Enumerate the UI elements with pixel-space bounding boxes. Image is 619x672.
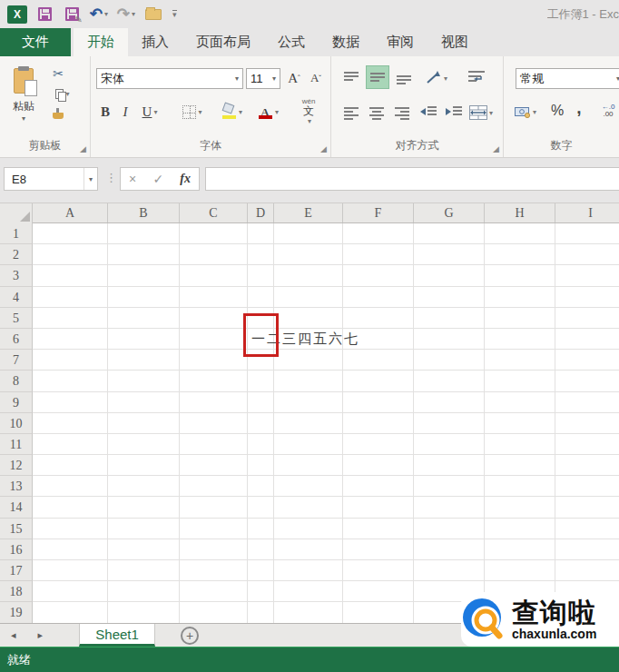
cell-A17[interactable]	[33, 560, 108, 581]
enter-icon[interactable]: ✓	[152, 172, 163, 186]
alignment-dialog-launcher[interactable]: ◢	[493, 144, 499, 153]
cell-B18[interactable]	[108, 581, 180, 602]
cell-I1[interactable]	[555, 223, 619, 244]
cell-C14[interactable]	[180, 497, 248, 518]
cell-B2[interactable]	[108, 244, 180, 265]
column-header-I[interactable]: I	[555, 203, 619, 222]
shrink-font-button[interactable]: Aˇ	[306, 67, 326, 89]
cell-D12[interactable]	[248, 455, 274, 476]
column-header-E[interactable]: E	[274, 203, 343, 222]
cell-A15[interactable]	[33, 519, 108, 539]
cell-C12[interactable]	[180, 455, 248, 476]
open-folder-icon[interactable]	[142, 4, 165, 25]
next-sheet-icon[interactable]: ▸	[27, 629, 54, 641]
cell-E8[interactable]	[274, 371, 343, 391]
column-header-G[interactable]: G	[414, 203, 485, 222]
name-box-dropdown-icon[interactable]: ▾	[84, 168, 97, 190]
cell-A3[interactable]	[33, 265, 108, 286]
cell-B3[interactable]	[108, 265, 180, 286]
cell-F9[interactable]	[343, 392, 414, 413]
row-header-17[interactable]: 17	[0, 560, 33, 581]
cell-E2[interactable]	[274, 244, 343, 265]
row-header-16[interactable]: 16	[0, 539, 33, 560]
cell-B9[interactable]	[108, 392, 180, 413]
cell-E17[interactable]	[274, 560, 343, 581]
cell-F18[interactable]	[343, 581, 414, 602]
borders-button[interactable]	[178, 102, 207, 122]
cell-G6[interactable]	[414, 329, 485, 350]
cell-D2[interactable]	[248, 244, 274, 265]
select-all-button[interactable]	[0, 203, 33, 223]
cell-F15[interactable]	[343, 519, 414, 539]
cell-C7[interactable]	[180, 350, 248, 371]
cell-B14[interactable]	[108, 497, 180, 518]
row-header-9[interactable]: 9	[0, 392, 33, 413]
cell-C4[interactable]	[180, 287, 248, 308]
cell-B5[interactable]	[108, 308, 180, 329]
cell-G15[interactable]	[414, 519, 485, 539]
tab-data[interactable]: 数据	[319, 28, 373, 56]
cell-D4[interactable]	[248, 287, 274, 308]
cell-C10[interactable]	[180, 413, 248, 434]
cell-F12[interactable]	[343, 455, 414, 476]
row-header-7[interactable]: 7	[0, 350, 33, 371]
cell-I12[interactable]	[555, 455, 619, 476]
cell-B19[interactable]	[108, 602, 180, 623]
cell-D10[interactable]	[248, 413, 274, 434]
cell-I2[interactable]	[555, 244, 619, 265]
cell-E14[interactable]	[274, 497, 343, 518]
cell-C6[interactable]	[180, 329, 248, 350]
wrap-text-button[interactable]	[464, 65, 489, 89]
cell-A10[interactable]	[33, 413, 108, 434]
cell-G10[interactable]	[414, 413, 485, 434]
cell-F4[interactable]	[343, 287, 414, 308]
cell-A14[interactable]	[33, 497, 108, 518]
cell-G2[interactable]	[414, 244, 485, 265]
cell-B12[interactable]	[108, 455, 180, 476]
cell-C8[interactable]	[180, 371, 248, 391]
row-header-2[interactable]: 2	[0, 244, 33, 265]
row-header-10[interactable]: 10	[0, 413, 33, 434]
insert-function-icon[interactable]: fx	[180, 172, 191, 186]
cell-E13[interactable]	[274, 476, 343, 497]
align-right-button[interactable]	[391, 102, 413, 124]
cell-D19[interactable]	[248, 602, 274, 623]
copy-icon[interactable]	[47, 85, 78, 102]
cell-E5[interactable]	[274, 308, 343, 329]
cell-F13[interactable]	[343, 476, 414, 497]
cut-icon[interactable]: ✂	[47, 65, 69, 82]
cell-F7[interactable]	[343, 350, 414, 371]
italic-button[interactable]: I	[116, 102, 134, 122]
cell-C19[interactable]	[180, 602, 248, 623]
cell-F17[interactable]	[343, 560, 414, 581]
tab-page-layout[interactable]: 页面布局	[182, 28, 264, 56]
tab-insert[interactable]: 插入	[128, 28, 182, 56]
cell-D13[interactable]	[248, 476, 274, 497]
cell-A11[interactable]	[33, 434, 108, 455]
decrease-indent-button[interactable]	[417, 102, 440, 124]
cell-H6[interactable]	[485, 329, 555, 350]
cell-A6[interactable]	[33, 329, 108, 350]
cell-H11[interactable]	[485, 434, 555, 455]
cell-H8[interactable]	[485, 371, 555, 391]
cell-C1[interactable]	[180, 223, 248, 244]
column-header-A[interactable]: A	[33, 203, 108, 222]
row-header-15[interactable]: 15	[0, 519, 33, 539]
cell-B15[interactable]	[108, 519, 180, 539]
paste-button[interactable]: 粘贴 ▾	[5, 64, 42, 127]
excel-logo-icon[interactable]: X	[5, 4, 29, 25]
cell-B17[interactable]	[108, 560, 180, 581]
cell-A13[interactable]	[33, 476, 108, 497]
cell-G17[interactable]	[414, 560, 485, 581]
cell-D14[interactable]	[248, 497, 274, 518]
cell-I3[interactable]	[555, 265, 619, 286]
cell-A7[interactable]	[33, 350, 108, 371]
cell-B11[interactable]	[108, 434, 180, 455]
cell-H14[interactable]	[485, 497, 555, 518]
cell-D17[interactable]	[248, 560, 274, 581]
cell-H4[interactable]	[485, 287, 555, 308]
align-left-button[interactable]	[340, 102, 362, 124]
cell-A12[interactable]	[33, 455, 108, 476]
cell-H7[interactable]	[485, 350, 555, 371]
cell-H16[interactable]	[485, 539, 555, 560]
